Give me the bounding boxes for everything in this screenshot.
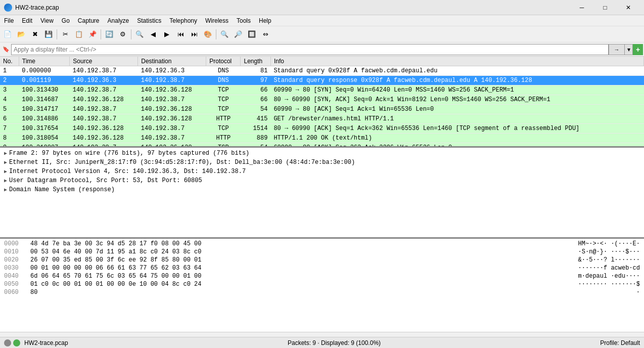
color-rules-button[interactable]: 🎨 <box>201 28 214 41</box>
menu-tools[interactable]: Tools <box>233 15 255 26</box>
table-row[interactable]: 7100.317654140.192.36.128140.192.38.7TCP… <box>0 124 644 134</box>
menu-edit[interactable]: Edit <box>18 15 36 26</box>
detail-label: Domain Name System (response) <box>9 186 115 193</box>
cut-button[interactable]: ✂ <box>59 28 72 41</box>
packet-list: No. Time Source Destination Protocol Len… <box>0 57 644 148</box>
close-button[interactable]: ✕ <box>617 0 640 15</box>
detail-row[interactable]: ▶ User Datagram Protocol, Src Port: 53, … <box>0 176 644 185</box>
new-capture-button[interactable]: 📄 <box>1 28 14 41</box>
table-row[interactable]: 4100.314687140.192.36.128140.192.38.7TCP… <box>0 95 644 105</box>
table-row[interactable]: 8100.318054140.192.36.128140.192.38.7HTT… <box>0 134 644 143</box>
find-button[interactable]: 🔍 <box>133 28 146 41</box>
title-bar: HW2-trace.pcap ─ □ ✕ <box>0 0 644 15</box>
filter-bar: 🔖 → ▾ + <box>0 42 644 57</box>
go-first-button[interactable]: ⏮ <box>174 28 187 41</box>
detail-label: Internet Protocol Version 4, Src: 140.19… <box>9 168 246 175</box>
toolbar: 📄 📂 ✖ 💾 ✂ 📋 📌 🔄 ⚙ 🔍 ◀ ▶ ⏮ ⏭ 🎨 🔍 🔎 🔲 ⇔ <box>0 26 644 42</box>
zoom-in-button[interactable]: 🔍 <box>218 28 231 41</box>
detail-label: Frame 2: 97 bytes on wire (776 bits), 97… <box>9 150 249 157</box>
table-row[interactable]: 20.001119140.192.36.3140.192.38.7DNS97St… <box>0 76 644 85</box>
filter-input[interactable] <box>11 44 609 55</box>
table-row[interactable]: 6100.314886140.192.38.7140.192.36.128HTT… <box>0 114 644 124</box>
menu-view[interactable]: View <box>36 15 58 26</box>
status-packets: Packets: 9 · Displayed: 9 (100.0%) <box>72 339 596 346</box>
filter-bookmark-icon[interactable]: 🔖 <box>1 45 11 55</box>
hex-offset: 0060 <box>4 289 22 296</box>
reload-button[interactable]: 🔄 <box>103 28 116 41</box>
expand-icon: ▶ <box>2 187 9 193</box>
packet-details: ▶ Frame 2: 97 bytes on wire (776 bits), … <box>0 148 644 239</box>
table-row[interactable]: 3100.313430140.192.38.7140.192.36.128TCP… <box>0 85 644 95</box>
capture-options-button[interactable]: ⚙ <box>116 28 129 41</box>
col-time: Time <box>19 57 70 66</box>
sep4 <box>216 29 216 39</box>
hex-ascii: m·depaul ·edu···· <box>578 273 640 280</box>
save-button[interactable]: 💾 <box>42 28 55 41</box>
go-last-button[interactable]: ⏭ <box>188 28 201 41</box>
menu-help[interactable]: Help <box>255 15 275 26</box>
hex-offset: 0030 <box>4 265 22 272</box>
hex-ascii: ········ ·······$ <box>578 281 640 288</box>
detail-row[interactable]: ▶ Frame 2: 97 bytes on wire (776 bits), … <box>0 149 644 158</box>
status-icons <box>4 339 20 346</box>
maximize-button[interactable]: □ <box>593 0 617 15</box>
expand-icon: ▶ <box>2 168 9 175</box>
menu-wireless[interactable]: Wireless <box>201 15 233 26</box>
window-controls: ─ □ ✕ <box>570 0 640 15</box>
col-destination: Destination <box>138 57 206 66</box>
detail-row[interactable]: ▶ Internet Protocol Version 4, Src: 140.… <box>0 167 644 176</box>
menu-analyze[interactable]: Analyze <box>104 15 133 26</box>
packet-table-header: No. Time Source Destination Protocol Len… <box>0 57 644 66</box>
hex-ascii: ·······f acweb·cd <box>578 265 640 272</box>
menu-telephony[interactable]: Telephony <box>165 15 201 26</box>
zoom-reset-button[interactable]: 🔲 <box>245 28 258 41</box>
col-no: No. <box>0 57 19 66</box>
hex-row: 001000 53 04 6e 40 00 7d 11 95 a1 8c c0 … <box>4 248 640 256</box>
table-row[interactable]: 5100.314717140.192.38.7140.192.36.128TCP… <box>0 105 644 114</box>
hex-ascii: HM~·>·<· ·(····E· <box>578 240 640 247</box>
menu-capture[interactable]: Capture <box>74 15 104 26</box>
sep3 <box>131 29 131 39</box>
status-icon-2 <box>13 339 20 346</box>
hex-row: 003000 01 00 00 00 00 06 66 61 63 77 65 … <box>4 264 640 272</box>
expand-icon: ▶ <box>2 178 9 184</box>
menu-file[interactable]: File <box>0 15 18 26</box>
minimize-button[interactable]: ─ <box>570 0 593 15</box>
expand-button[interactable]: ⇔ <box>259 28 272 41</box>
detail-row[interactable]: ▶ Ethernet II, Src: JuniperN_28:17:f0 (3… <box>0 158 644 167</box>
go-forward-button[interactable]: ▶ <box>160 28 173 41</box>
hex-row: 005001 c0 0c 00 01 00 01 00 00 0e 10 00 … <box>4 280 640 288</box>
filter-apply-button[interactable]: → <box>609 44 625 55</box>
hex-bytes: 01 c0 0c 00 01 00 01 00 00 0e 10 00 04 8… <box>30 281 570 288</box>
detail-label: User Datagram Protocol, Src Port: 53, Ds… <box>9 177 202 184</box>
hex-ascii: · <box>636 289 640 296</box>
open-button[interactable]: 📂 <box>15 28 28 41</box>
filter-add-button[interactable]: + <box>633 44 643 55</box>
hex-offset: 0050 <box>4 281 22 288</box>
go-back-button[interactable]: ◀ <box>147 28 160 41</box>
menu-go[interactable]: Go <box>58 15 74 26</box>
close-button[interactable]: ✖ <box>28 28 41 41</box>
paste-button[interactable]: 📌 <box>86 28 99 41</box>
expand-icon: ▶ <box>2 159 9 165</box>
hex-ascii: &··5···? l······· <box>578 256 640 264</box>
sep2 <box>101 29 101 39</box>
detail-label: Ethernet II, Src: JuniperN_28:17:f0 (3c:… <box>9 159 355 166</box>
status-bar: HW2-trace.pcap Packets: 9 · Displayed: 9… <box>0 337 644 348</box>
filter-dropdown-button[interactable]: ▾ <box>625 44 633 55</box>
table-row[interactable]: 10.000000140.192.38.7140.192.36.3DNS81St… <box>0 66 644 76</box>
hex-row: 000048 4d 7e ba 3e 00 3c 94 d5 28 17 f0 … <box>4 240 640 248</box>
menu-statistics[interactable]: Statistics <box>133 15 165 26</box>
window-title: HW2-trace.pcap <box>15 4 570 11</box>
table-row[interactable]: 9100.318087140.192.38.7140.192.36.128TCP… <box>0 143 644 148</box>
zoom-out-button[interactable]: 🔎 <box>232 28 245 41</box>
copy-button[interactable]: 📋 <box>72 28 85 41</box>
hex-offset: 0020 <box>4 256 22 264</box>
col-source: Source <box>70 57 138 66</box>
hex-offset: 0040 <box>4 273 22 280</box>
hex-row: 00406d 06 64 65 70 61 75 6c 03 65 64 75 … <box>4 272 640 280</box>
hex-dump: 000048 4d 7e ba 3e 00 3c 94 d5 28 17 f0 … <box>0 239 644 332</box>
sep1 <box>57 29 57 39</box>
col-protocol: Protocol <box>206 57 241 66</box>
detail-row[interactable]: ▶ Domain Name System (response) <box>0 185 644 194</box>
